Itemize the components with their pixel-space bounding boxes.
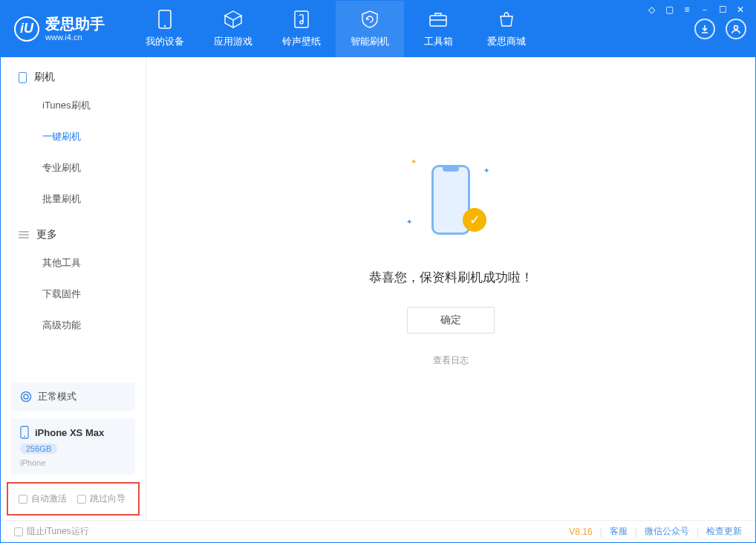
nav-label: 我的设备 — [146, 35, 184, 48]
close-icon[interactable]: ✕ — [735, 4, 746, 15]
nav-label: 智能刷机 — [351, 35, 389, 48]
titlebar: ◇ ▢ ≡ － ☐ ✕ iU 爱思助手 www.i4.cn 我的设备 应用游戏 — [1, 1, 755, 57]
phone-icon — [20, 426, 29, 439]
nav-toolbox[interactable]: 工具箱 — [404, 1, 472, 57]
tshirt-icon[interactable]: ◇ — [646, 4, 656, 15]
checkbox-icon — [19, 495, 27, 504]
app-url: www.i4.cn — [45, 33, 105, 42]
checkbox-label: 自动激活 — [31, 492, 67, 505]
sync-icon — [20, 391, 32, 403]
footer-link-support[interactable]: 客服 — [610, 525, 628, 538]
sidebar-item-pro-flash[interactable]: 专业刷机 — [1, 152, 146, 183]
sidebar-item-onekey-flash[interactable]: 一键刷机 — [1, 121, 146, 152]
sidebar-item-other-tools[interactable]: 其他工具 — [1, 247, 146, 279]
svg-rect-2 — [295, 11, 308, 27]
minimize-icon[interactable]: － — [700, 4, 710, 15]
checkbox-row: 自动激活 跳过向导 — [7, 482, 140, 516]
sidebar-section-more: 更多 — [1, 215, 146, 247]
nav-shop[interactable]: 爱思商城 — [472, 1, 541, 57]
device-name-label: iPhone XS Max — [35, 427, 104, 438]
view-log-link[interactable]: 查看日志 — [433, 354, 469, 367]
user-button[interactable] — [726, 19, 746, 39]
app-logo: iU 爱思助手 www.i4.cn — [14, 16, 105, 42]
check-icon: ✓ — [463, 208, 486, 232]
shop-icon — [497, 10, 516, 29]
block-itunes-label[interactable]: 阻止iTunes运行 — [27, 525, 89, 538]
nav-apps-games[interactable]: 应用游戏 — [199, 1, 267, 57]
checkbox-icon — [77, 495, 86, 504]
svg-point-6 — [22, 392, 31, 402]
footer-link-update[interactable]: 检查更新 — [706, 525, 742, 538]
sidebar-item-itunes-flash[interactable]: iTunes刷机 — [1, 90, 146, 121]
nav-label: 爱思商城 — [487, 35, 526, 48]
nav-label: 工具箱 — [424, 35, 453, 48]
app-name: 爱思助手 — [45, 16, 105, 33]
shield-sync-icon — [360, 10, 379, 29]
sidebar-item-batch-flash[interactable]: 批量刷机 — [1, 183, 146, 215]
download-button[interactable] — [694, 19, 715, 39]
success-illustration: ✦ ✦ ✦ ✓ — [406, 152, 495, 248]
main-content: ✦ ✦ ✦ ✓ 恭喜您，保资料刷机成功啦！ 确定 查看日志 — [146, 57, 755, 520]
checkbox-icon[interactable] — [14, 527, 23, 536]
success-message: 恭喜您，保资料刷机成功啦！ — [369, 269, 533, 286]
nav-my-device[interactable]: 我的设备 — [131, 1, 199, 57]
list-icon — [19, 231, 29, 238]
device-type-label: iPhone — [20, 458, 126, 467]
checkbox-label: 跳过向导 — [90, 492, 126, 505]
toolbox-icon — [428, 10, 448, 29]
device-info-box[interactable]: iPhone XS Max 256GB iPhone — [11, 418, 135, 475]
nav-ringtone-wallpaper[interactable]: 铃声壁纸 — [267, 1, 336, 57]
menu-icon[interactable]: ≡ — [682, 4, 692, 15]
cube-icon — [224, 10, 243, 29]
checkbox-auto-activate[interactable]: 自动激活 — [19, 492, 67, 505]
svg-rect-4 — [430, 16, 446, 26]
phone-icon — [19, 72, 27, 83]
svg-point-5 — [734, 26, 738, 30]
svg-point-8 — [24, 436, 25, 438]
sidebar-section-flash: 刷机 — [1, 57, 146, 90]
logo-icon: iU — [14, 16, 39, 42]
version-label: V8.16 — [569, 527, 592, 537]
svg-point-1 — [164, 25, 166, 27]
box-icon[interactable]: ▢ — [664, 4, 674, 15]
checkbox-skip-guide[interactable]: 跳过向导 — [77, 492, 126, 505]
device-icon — [155, 10, 175, 29]
nav-smart-flash[interactable]: 智能刷机 — [336, 1, 404, 57]
music-icon — [292, 10, 311, 29]
sidebar-item-advanced[interactable]: 高级功能 — [1, 310, 146, 341]
footer-link-wechat[interactable]: 微信公众号 — [645, 525, 689, 538]
sidebar: 刷机 iTunes刷机 一键刷机 专业刷机 批量刷机 更多 其他工具 下载固件 … — [1, 57, 146, 520]
footer: 阻止iTunes运行 V8.16 | 客服 | 微信公众号 | 检查更新 — [1, 520, 755, 542]
sidebar-item-download-firmware[interactable]: 下载固件 — [1, 279, 146, 310]
device-mode-box[interactable]: 正常模式 — [11, 383, 135, 411]
maximize-icon[interactable]: ☐ — [717, 4, 728, 15]
nav-label: 铃声壁纸 — [282, 35, 321, 48]
device-mode-label: 正常模式 — [38, 390, 76, 403]
ok-button[interactable]: 确定 — [407, 307, 495, 334]
svg-point-3 — [300, 21, 303, 24]
nav-label: 应用游戏 — [214, 35, 252, 48]
device-capacity-badge: 256GB — [20, 443, 57, 454]
